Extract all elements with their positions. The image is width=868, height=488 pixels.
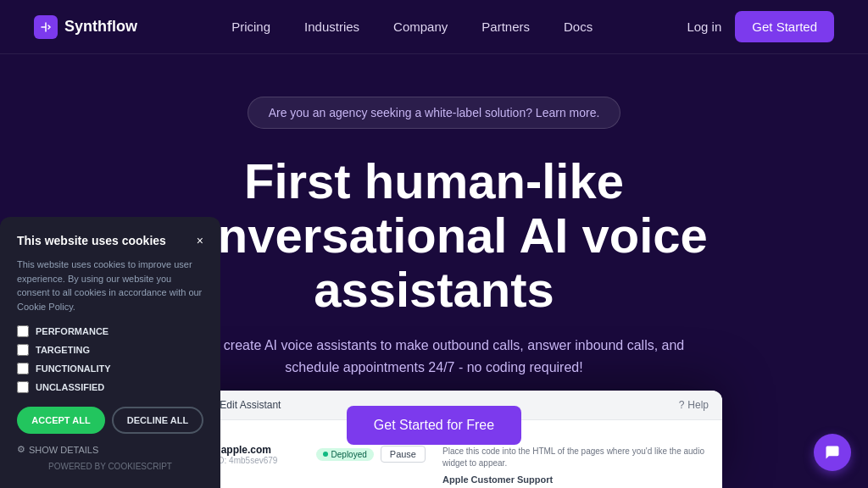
logo-icon bbox=[34, 15, 58, 39]
nav-get-started-button[interactable]: Get Started bbox=[735, 11, 834, 42]
cookie-footer: POWERED BY COOKIESCRIPT bbox=[17, 462, 203, 471]
gear-icon: ⚙ bbox=[17, 444, 25, 455]
show-details-toggle[interactable]: ⚙ SHOW DETAILS bbox=[17, 444, 203, 455]
cookie-option-unclassified[interactable]: UNCLASSIFIED bbox=[17, 381, 203, 393]
navbar: Synthflow Pricing Industries Company Par… bbox=[0, 0, 868, 54]
hero-subtitle: Easily create AI voice assistants to mak… bbox=[180, 335, 688, 378]
deployed-dot bbox=[323, 452, 328, 457]
brand-logo[interactable]: Synthflow bbox=[34, 15, 137, 39]
chat-icon bbox=[824, 444, 841, 461]
cookie-title: This website uses cookies bbox=[17, 234, 166, 247]
login-button[interactable]: Log in bbox=[687, 19, 721, 34]
nav-industries[interactable]: Industries bbox=[304, 19, 359, 34]
chat-bubble-button[interactable] bbox=[814, 434, 851, 471]
cookie-body-text: This website uses cookies to improve use… bbox=[17, 258, 203, 313]
cookie-checkbox-functionality[interactable] bbox=[17, 363, 29, 374]
cookie-options: PERFORMANCE TARGETING FUNCTIONALITY UNCL… bbox=[17, 325, 203, 393]
decline-all-button[interactable]: DECLINE ALL bbox=[112, 407, 203, 434]
nav-pricing[interactable]: Pricing bbox=[231, 19, 270, 34]
cookie-option-performance[interactable]: PERFORMANCE bbox=[17, 325, 203, 337]
pause-button[interactable]: Pause bbox=[381, 446, 426, 463]
nav-links: Pricing Industries Company Partners Docs bbox=[231, 19, 593, 35]
cookie-banner: This website uses cookies × This website… bbox=[0, 217, 220, 488]
deployed-badge: Deployed bbox=[316, 448, 374, 461]
nav-partners[interactable]: Partners bbox=[481, 19, 530, 34]
deployed-label: Deployed bbox=[331, 450, 367, 459]
cookie-option-targeting-label: TARGETING bbox=[36, 345, 90, 355]
nav-company[interactable]: Company bbox=[393, 19, 448, 34]
cookie-option-functionality-label: FUNCTIONALITY bbox=[36, 363, 111, 374]
accept-all-button[interactable]: ACCEPT ALL bbox=[17, 407, 105, 434]
powered-by-label: POWERED BY COOKIESCRIPT bbox=[48, 462, 172, 471]
agency-banner[interactable]: Are you an agency seeking a white-label … bbox=[248, 97, 621, 129]
cookie-close-button[interactable]: × bbox=[197, 234, 203, 247]
hero-cta-button[interactable]: Get Started for Free bbox=[347, 406, 521, 445]
show-details-label: SHOW DETAILS bbox=[29, 445, 98, 455]
cookie-option-functionality[interactable]: FUNCTIONALITY bbox=[17, 363, 203, 374]
test-widget-desc: Place this code into the HTML of the pag… bbox=[442, 446, 709, 469]
nav-actions: Log in Get Started bbox=[687, 11, 834, 42]
cookie-option-targeting[interactable]: TARGETING bbox=[17, 344, 203, 356]
cookie-checkbox-unclassified[interactable] bbox=[17, 381, 29, 393]
cookie-option-performance-label: PERFORMANCE bbox=[36, 326, 108, 336]
cookie-checkbox-targeting[interactable] bbox=[17, 344, 29, 356]
support-label: Apple Customer Support bbox=[442, 474, 709, 485]
nav-docs[interactable]: Docs bbox=[564, 19, 593, 34]
brand-name: Synthflow bbox=[64, 18, 137, 36]
cookie-actions: ACCEPT ALL DECLINE ALL bbox=[17, 407, 203, 434]
cookie-header: This website uses cookies × bbox=[17, 234, 203, 247]
cookie-checkbox-performance[interactable] bbox=[17, 325, 29, 337]
cookie-option-unclassified-label: UNCLASSIFIED bbox=[36, 382, 104, 392]
